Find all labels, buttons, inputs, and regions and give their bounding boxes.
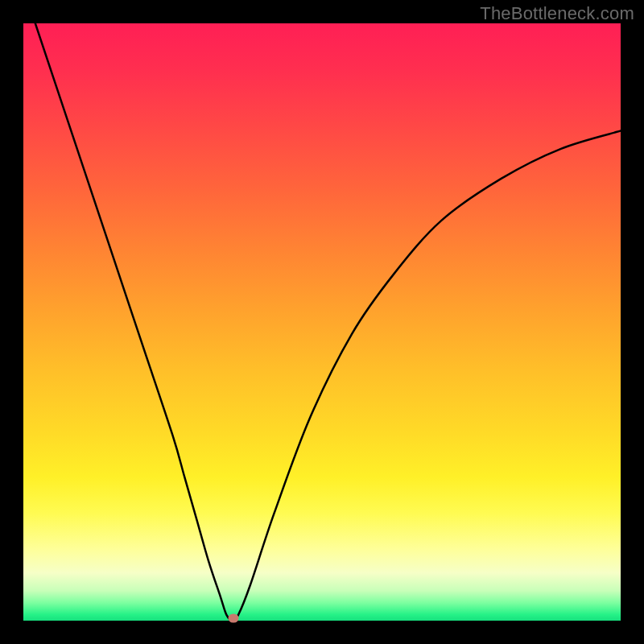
- watermark-text: TheBottleneck.com: [480, 3, 634, 24]
- optimum-marker: [229, 614, 239, 623]
- bottleneck-curve: [23, 23, 621, 621]
- chart-frame: TheBottleneck.com: [0, 0, 644, 644]
- plot-area: [23, 23, 621, 621]
